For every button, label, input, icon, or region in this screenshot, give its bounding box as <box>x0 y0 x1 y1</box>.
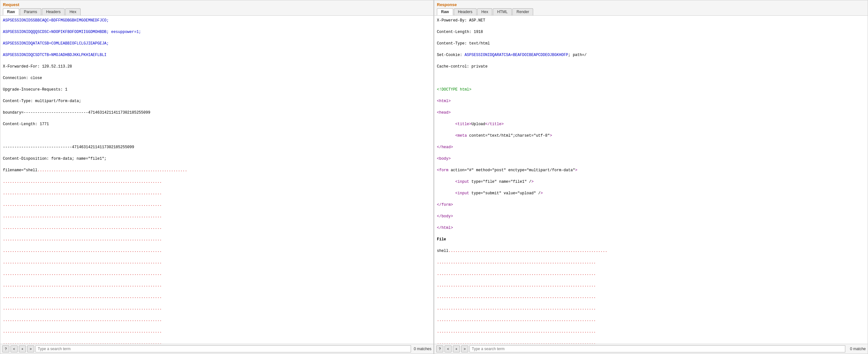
tab-html-response[interactable]: HTML <box>493 8 512 16</box>
request-content: ASPSESSIONIDSSBBCAQC=BDFFMGDBGBHIMGOEMNE… <box>0 16 433 344</box>
tab-headers-request[interactable]: Headers <box>42 8 65 16</box>
tab-headers-response[interactable]: Headers <box>454 8 476 16</box>
match-count-left: 0 matches <box>412 347 431 351</box>
next-button-right[interactable]: > <box>461 345 468 352</box>
prev-button-right[interactable]: < <box>444 345 452 352</box>
search-input-right[interactable] <box>469 345 845 352</box>
tab-render-response[interactable]: Render <box>513 8 533 16</box>
request-header: Request Raw Params Headers Hex <box>0 0 433 16</box>
tab-raw-request[interactable]: Raw <box>3 8 19 16</box>
response-tabs: Raw Headers Hex HTML Render <box>437 8 865 16</box>
tab-params-request[interactable]: Params <box>20 8 41 16</box>
help-button-right[interactable]: ? <box>436 345 443 352</box>
search-input-left[interactable] <box>35 345 411 352</box>
match-count-right: 0 matche <box>846 347 866 351</box>
request-title: Request <box>3 2 431 7</box>
tab-raw-response[interactable]: Raw <box>437 8 453 16</box>
prev-button-left[interactable]: < <box>10 345 18 352</box>
next-button-left[interactable]: > <box>27 345 34 352</box>
request-footer: ? < + > 0 matches <box>0 344 433 354</box>
response-panel: Response Raw Headers Hex HTML Render X-P… <box>434 0 868 354</box>
request-panel: Request Raw Params Headers Hex ASPSESSIO… <box>0 0 434 354</box>
request-text: ASPSESSIONIDSSBBCAQC=BDFFMGDBGBHIMGOEMNE… <box>3 18 431 344</box>
add-button-left[interactable]: + <box>19 345 26 352</box>
help-button-left[interactable]: ? <box>2 345 9 352</box>
response-content: X-Powered-By: ASP.NET Content-Length: 19… <box>434 16 868 344</box>
response-title: Response <box>437 2 865 7</box>
tab-hex-request[interactable]: Hex <box>65 8 80 16</box>
response-text: X-Powered-By: ASP.NET Content-Length: 19… <box>437 18 865 344</box>
response-header: Response Raw Headers Hex HTML Render <box>434 0 868 16</box>
request-tabs: Raw Params Headers Hex <box>3 8 431 16</box>
tab-hex-response[interactable]: Hex <box>477 8 492 16</box>
response-footer: ? < + > 0 matche <box>434 344 868 354</box>
add-button-right[interactable]: + <box>453 345 460 352</box>
